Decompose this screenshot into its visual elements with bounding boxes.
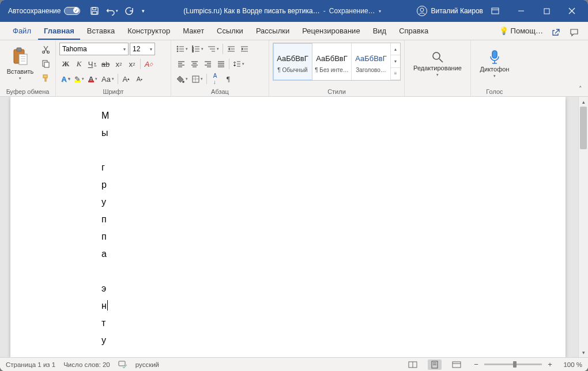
- justify-button[interactable]: [214, 58, 227, 70]
- tab-file[interactable]: Файл: [7, 23, 37, 40]
- shading-button[interactable]: ▾: [175, 73, 190, 85]
- borders-button[interactable]: ▾: [190, 73, 205, 85]
- tab-help[interactable]: Справка: [393, 23, 434, 40]
- redo-button[interactable]: [122, 3, 137, 18]
- scroll-thumb[interactable]: [580, 107, 587, 149]
- bullets-button[interactable]: ▾: [175, 43, 190, 55]
- scroll-track[interactable]: [579, 107, 588, 347]
- tell-me-button[interactable]: 💡 Помощ…: [497, 23, 545, 40]
- font-size-combo[interactable]: 12▾: [130, 43, 155, 55]
- tab-mailings[interactable]: Рассылки: [250, 23, 295, 40]
- print-layout-button[interactable]: [428, 359, 442, 370]
- vertical-scrollbar[interactable]: ▴ ▾: [578, 97, 588, 357]
- word-count[interactable]: Число слов: 20: [63, 361, 110, 368]
- align-left-button[interactable]: [175, 58, 187, 70]
- decrease-indent-button[interactable]: [225, 43, 238, 55]
- share-button[interactable]: [548, 25, 564, 40]
- undo-button[interactable]: ▾: [104, 3, 119, 18]
- svg-rect-12: [17, 48, 21, 51]
- tab-design[interactable]: Конструктор: [122, 23, 176, 40]
- svg-rect-13: [19, 54, 27, 65]
- editing-label: Редактирование: [413, 65, 462, 71]
- document-text[interactable]: Мы группа энту: [101, 107, 566, 349]
- page-count[interactable]: Страница 1 из 1: [6, 361, 55, 368]
- text-effects-button[interactable]: A▾: [59, 73, 72, 85]
- maximize-button[interactable]: [534, 0, 559, 22]
- quick-access-toolbar: ▾ ▾: [87, 3, 147, 18]
- svg-point-3: [417, 6, 427, 16]
- line-spacing-button[interactable]: ▾: [231, 58, 246, 70]
- superscript-button[interactable]: x2: [126, 58, 138, 70]
- tab-view[interactable]: Вид: [367, 23, 393, 40]
- tab-insert[interactable]: Вставка: [81, 23, 120, 40]
- svg-rect-1: [93, 7, 96, 10]
- scroll-up-icon[interactable]: ▴: [579, 97, 588, 107]
- align-right-button[interactable]: [201, 58, 214, 70]
- autosave-toggle[interactable]: Автосохранение: [8, 7, 80, 15]
- style-name: Заголово…: [356, 67, 386, 73]
- editing-button[interactable]: Редактирование ▾: [408, 43, 467, 85]
- font-color-button[interactable]: A▾: [86, 73, 99, 85]
- zoom-out-button[interactable]: −: [472, 360, 481, 369]
- language-status[interactable]: русский: [135, 361, 159, 368]
- clear-formatting-button[interactable]: A◇: [142, 58, 155, 70]
- strikethrough-button[interactable]: ab: [99, 58, 112, 70]
- save-button[interactable]: [87, 3, 102, 18]
- numbering-button[interactable]: 123▾: [190, 43, 205, 55]
- scroll-down-icon[interactable]: ▾: [579, 347, 588, 357]
- tab-references[interactable]: Ссылки: [211, 23, 249, 40]
- font-size-value: 12: [133, 45, 140, 53]
- multilevel-button[interactable]: ▾: [206, 43, 221, 55]
- ribbon-display-button[interactable]: [487, 2, 504, 20]
- style-heading1[interactable]: АаБбВвГЗаголово…: [352, 43, 391, 80]
- qat-more-button[interactable]: ▾: [139, 3, 147, 18]
- cut-button[interactable]: [39, 43, 52, 55]
- font-name-combo[interactable]: Tahoma▾: [59, 43, 129, 55]
- scroll-up-icon[interactable]: ▴: [391, 43, 400, 55]
- highlight-button[interactable]: ✎▾: [73, 73, 86, 85]
- zoom-knob[interactable]: [513, 361, 517, 368]
- group-clipboard: Вставить ▾ Буфер обмена: [0, 40, 56, 96]
- collapse-ribbon-button[interactable]: ˄: [573, 40, 588, 96]
- comments-button[interactable]: [566, 25, 582, 40]
- copy-button[interactable]: [39, 57, 52, 70]
- document-area: Мы группа энту ▴ ▾: [0, 97, 588, 357]
- tab-layout[interactable]: Макет: [177, 23, 210, 40]
- bold-button[interactable]: Ж: [59, 58, 72, 70]
- group-label-voice: Голос: [474, 87, 515, 95]
- tab-home[interactable]: Главная: [38, 23, 80, 40]
- shrink-font-button[interactable]: A▾: [133, 73, 146, 85]
- close-button[interactable]: [559, 0, 585, 22]
- increase-indent-button[interactable]: [238, 43, 251, 55]
- read-mode-button[interactable]: [406, 359, 420, 370]
- italic-button[interactable]: К: [73, 58, 85, 70]
- dictate-button[interactable]: Диктофон ▾: [474, 43, 515, 85]
- format-painter-button[interactable]: [39, 71, 52, 84]
- minimize-button[interactable]: [508, 0, 534, 22]
- style-nospacing[interactable]: АаБбВвГ¶ Без инте…: [312, 43, 352, 80]
- tab-review[interactable]: Рецензирование: [296, 23, 365, 40]
- page[interactable]: Мы группа энту: [10, 97, 566, 357]
- svg-text:3: 3: [192, 50, 194, 52]
- web-layout-button[interactable]: [450, 359, 463, 370]
- svg-rect-67: [492, 51, 497, 58]
- zoom-value[interactable]: 100 %: [558, 361, 582, 368]
- style-normal[interactable]: АаБбВвГ¶ Обычный: [273, 43, 312, 80]
- subscript-button[interactable]: x2: [112, 58, 125, 70]
- show-marks-button[interactable]: ¶: [222, 73, 235, 85]
- align-center-button[interactable]: [188, 58, 201, 70]
- underline-button[interactable]: Ч▾: [86, 58, 99, 70]
- account-button[interactable]: Виталий Каиров: [417, 6, 483, 16]
- zoom-slider[interactable]: [484, 364, 542, 365]
- styles-gallery[interactable]: АаБбВвГ¶ Обычный АаБбВвГ¶ Без инте… АаБб…: [273, 43, 401, 81]
- change-case-button[interactable]: Aa▾: [100, 73, 116, 85]
- scroll-down-icon[interactable]: ▾: [391, 55, 400, 67]
- sort-button[interactable]: А↓: [209, 73, 221, 85]
- zoom-in-button[interactable]: +: [545, 360, 555, 369]
- svg-rect-68: [119, 361, 125, 366]
- grow-font-button[interactable]: A▴: [120, 73, 133, 85]
- group-label-font: Шрифт: [59, 87, 167, 95]
- expand-gallery-icon[interactable]: ≡: [391, 68, 400, 80]
- spellcheck-button[interactable]: [118, 360, 127, 369]
- paste-button[interactable]: Вставить ▾: [3, 43, 37, 85]
